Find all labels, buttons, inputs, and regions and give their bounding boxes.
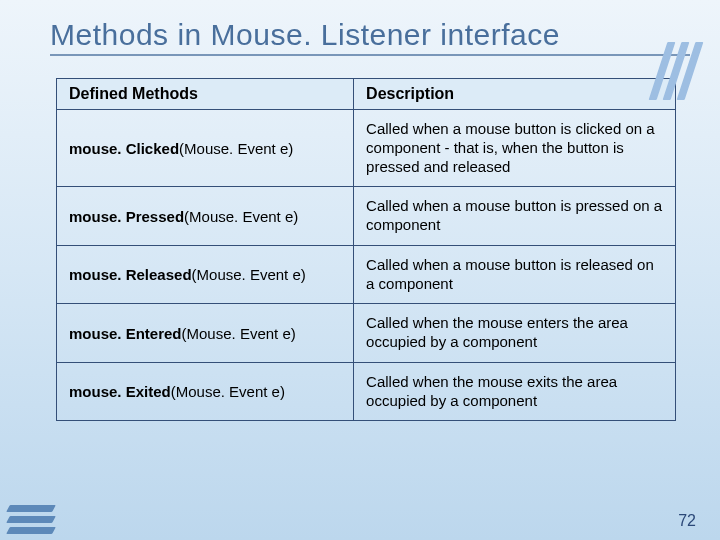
method-args: (Mouse. Event e) xyxy=(184,208,298,225)
slide: Methods in Mouse. Listener interface Def… xyxy=(0,0,720,540)
method-cell: mouse. Entered(Mouse. Event e) xyxy=(57,304,354,363)
description-cell: Called when a mouse button is clicked on… xyxy=(354,110,676,187)
method-args: (Mouse. Event e) xyxy=(179,140,293,157)
method-name: mouse. Clicked xyxy=(69,140,179,157)
description-cell: Called when the mouse exits the area occ… xyxy=(354,362,676,421)
method-name: mouse. Released xyxy=(69,266,192,283)
description-cell: Called when the mouse enters the area oc… xyxy=(354,304,676,363)
header-defined-methods: Defined Methods xyxy=(57,79,354,110)
method-cell: mouse. Clicked(Mouse. Event e) xyxy=(57,110,354,187)
table-header-row: Defined Methods Description xyxy=(57,79,676,110)
method-args: (Mouse. Event e) xyxy=(171,383,285,400)
decorative-bars-bottom xyxy=(8,505,54,538)
method-name: mouse. Exited xyxy=(69,383,171,400)
decorative-bars-top xyxy=(658,42,694,100)
method-name: mouse. Entered xyxy=(69,325,182,342)
decorative-bar xyxy=(6,516,56,523)
method-cell: mouse. Exited(Mouse. Event e) xyxy=(57,362,354,421)
method-cell: mouse. Released(Mouse. Event e) xyxy=(57,245,354,304)
method-args: (Mouse. Event e) xyxy=(182,325,296,342)
methods-table: Defined Methods Description mouse. Click… xyxy=(56,78,676,421)
decorative-bar xyxy=(6,527,56,534)
table-row: mouse. Clicked(Mouse. Event e) Called wh… xyxy=(57,110,676,187)
description-cell: Called when a mouse button is released o… xyxy=(354,245,676,304)
description-cell: Called when a mouse button is pressed on… xyxy=(354,187,676,246)
method-cell: mouse. Pressed(Mouse. Event e) xyxy=(57,187,354,246)
table-row: mouse. Released(Mouse. Event e) Called w… xyxy=(57,245,676,304)
table-row: mouse. Pressed(Mouse. Event e) Called wh… xyxy=(57,187,676,246)
page-number: 72 xyxy=(678,512,696,530)
table-row: mouse. Exited(Mouse. Event e) Called whe… xyxy=(57,362,676,421)
slide-title: Methods in Mouse. Listener interface xyxy=(50,18,690,56)
table-row: mouse. Entered(Mouse. Event e) Called wh… xyxy=(57,304,676,363)
method-args: (Mouse. Event e) xyxy=(192,266,306,283)
decorative-bar xyxy=(6,505,56,512)
method-name: mouse. Pressed xyxy=(69,208,184,225)
header-description: Description xyxy=(354,79,676,110)
